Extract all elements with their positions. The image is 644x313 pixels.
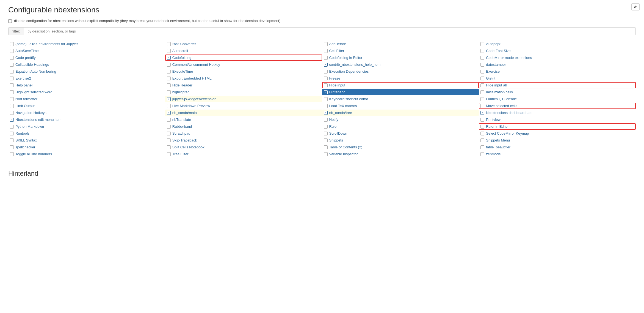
link-skill-syntax[interactable]: SKILL Syntax — [15, 138, 37, 142]
checkbox-2to3[interactable] — [167, 42, 171, 46]
link-help-panel[interactable]: Help panel — [15, 83, 32, 87]
link-gist-it[interactable]: Gist-it — [486, 76, 495, 80]
ext-item-nb-conda-main[interactable]: ✓nb_conda/main — [165, 110, 322, 116]
link-2to3[interactable]: 2to3 Converter — [172, 42, 196, 46]
checkbox-cell-filter[interactable] — [324, 49, 328, 53]
ext-item-nbextensions-dashboard-tab[interactable]: ✓Nbextensions dashboard tab — [479, 110, 636, 116]
ext-item-highlighter[interactable]: highlighter — [165, 89, 322, 95]
ext-item-toggle-line-numbers[interactable]: Toggle all line numbers — [8, 151, 165, 157]
link-contrib-help[interactable]: contrib_nbextensions_help_item — [329, 62, 380, 67]
ext-item-tree-filter[interactable]: Tree Filter — [165, 151, 322, 157]
ext-item-table-beautifier[interactable]: table_beautifier — [479, 144, 636, 150]
link-skip-traceback[interactable]: Skip-Traceback — [172, 138, 197, 142]
link-code-font-size[interactable]: Code Font Size — [486, 49, 511, 53]
link-autoscroll[interactable]: Autoscroll — [172, 49, 188, 53]
link-nbextensions-dashboard-tab[interactable]: Nbextensions dashboard tab — [486, 111, 532, 115]
checkbox-limit-output[interactable] — [10, 104, 14, 108]
checkbox-autosavetime[interactable] — [10, 49, 14, 53]
link-code-prettify[interactable]: Code prettify — [15, 56, 36, 60]
ext-item-rubberband[interactable]: Rubberband — [165, 123, 322, 130]
ext-item-exercise[interactable]: Exercise — [479, 68, 636, 75]
checkbox-zenmode[interactable] — [480, 152, 484, 156]
link-nbtranslate[interactable]: nbTranslate — [172, 118, 191, 122]
ext-item-codefolding-editor[interactable]: Codefolding in Editor — [322, 55, 479, 61]
ext-item-nbtranslate[interactable]: nbTranslate — [165, 116, 322, 123]
ext-item-autopep8[interactable]: Autopep8 — [479, 41, 636, 47]
link-codefolding[interactable]: Codefolding — [172, 56, 191, 60]
checkbox-live-markdown-preview[interactable] — [167, 104, 171, 108]
ext-item-contrib-help[interactable]: ✓contrib_nbextensions_help_item — [322, 61, 479, 68]
link-nb-conda-main[interactable]: nb_conda/main — [172, 111, 197, 115]
ext-item-collapsible-headings[interactable]: Collapsible Headings — [8, 61, 165, 68]
link-jupyter-js-widgets[interactable]: jupyter-js-widgets/extension — [172, 97, 216, 101]
link-nbextensions-edit-menu[interactable]: Nbextensions edit menu item — [15, 118, 62, 122]
ext-item-launch-qtconsole[interactable]: Launch QTConsole — [479, 96, 636, 102]
checkbox-variable-inspector[interactable] — [324, 152, 328, 156]
checkbox-keyboard-shortcut-editor[interactable] — [324, 97, 328, 101]
link-hinterland[interactable]: Hinterland — [329, 90, 346, 94]
checkbox-highlight-selected-word[interactable] — [10, 90, 14, 94]
checkbox-codefolding-editor[interactable] — [324, 56, 328, 60]
ext-item-2to3[interactable]: 2to3 Converter — [165, 41, 322, 47]
checkbox-isort-formatter[interactable] — [10, 97, 14, 101]
ext-item-notify[interactable]: Notify — [322, 116, 479, 123]
link-ruler-in-editor[interactable]: Ruler in Editor — [486, 124, 508, 129]
checkbox-addbefore[interactable] — [324, 42, 328, 46]
link-runtools[interactable]: Runtools — [15, 131, 29, 135]
checkbox-ruler-in-editor[interactable] — [480, 125, 484, 129]
checkbox-help-panel[interactable] — [10, 83, 14, 87]
link-printview[interactable]: Printview — [486, 118, 501, 122]
checkbox-snippets-menu[interactable] — [480, 138, 484, 142]
ext-item-gist-it[interactable]: Gist-it — [479, 75, 636, 81]
ext-item-keyboard-shortcut-editor[interactable]: Keyboard shortcut editor — [322, 96, 479, 102]
link-table-beautifier[interactable]: table_beautifier — [486, 145, 510, 149]
checkbox-collapsible-headings[interactable] — [10, 63, 14, 67]
link-tree-filter[interactable]: Tree Filter — [172, 152, 189, 156]
ext-item-ruler-in-editor[interactable]: Ruler in Editor — [479, 123, 636, 130]
ext-item-scrolldown[interactable]: ScrollDown — [322, 130, 479, 137]
ext-item-export-embedded-html[interactable]: Export Embedded HTML — [165, 75, 322, 81]
link-scrolldown[interactable]: ScrollDown — [329, 131, 347, 135]
link-isort-formatter[interactable]: isort formatter — [15, 97, 37, 101]
link-equation-auto-numbering[interactable]: Equation Auto Numbering — [15, 69, 56, 74]
link-hide-header[interactable]: Hide Header — [172, 83, 192, 87]
checkbox-runtools[interactable] — [10, 132, 14, 135]
link-latex-env[interactable]: (some) LaTeX environments for Jupyter — [15, 42, 78, 46]
link-variable-inspector[interactable]: Variable Inspector — [329, 152, 358, 156]
ext-item-zenmode[interactable]: zenmode — [479, 151, 636, 157]
checkbox-select-codemirror-keymap[interactable] — [480, 132, 484, 135]
ext-item-exercise2[interactable]: Exercise2 — [8, 75, 165, 81]
ext-item-code-prettify[interactable]: Code prettify — [8, 55, 165, 61]
ext-item-equation-auto-numbering[interactable]: Equation Auto Numbering — [8, 68, 165, 75]
ext-item-variable-inspector[interactable]: Variable Inspector — [322, 151, 479, 157]
link-initialization-cells[interactable]: Initialization cells — [486, 90, 513, 94]
ext-item-spellchecker[interactable]: spellchecker — [8, 144, 165, 150]
ext-item-python-markdown[interactable]: Python Markdown — [8, 123, 165, 130]
checkbox-printview[interactable] — [480, 118, 484, 122]
ext-item-codefolding[interactable]: ✓Codefolding — [165, 55, 322, 61]
checkbox-contrib-help[interactable]: ✓ — [324, 63, 328, 67]
checkbox-scratchpad[interactable] — [167, 132, 171, 135]
ext-item-split-cells-notebook[interactable]: Split Cells Notebook — [165, 144, 322, 150]
checkbox-skill-syntax[interactable] — [10, 138, 14, 142]
checkbox-split-cells-notebook[interactable] — [167, 145, 171, 149]
checkbox-codefolding[interactable]: ✓ — [167, 56, 171, 60]
ext-item-nb-conda-tree[interactable]: ✓nb_conda/tree — [322, 110, 479, 116]
ext-item-autoscroll[interactable]: Autoscroll — [165, 48, 322, 54]
ext-item-select-codemirror-keymap[interactable]: Select CodeMirror Keymap — [479, 130, 636, 137]
checkbox-codemirror-mode-extensions[interactable] — [480, 56, 484, 60]
link-datestamper[interactable]: datestamper — [486, 62, 506, 67]
link-live-markdown-preview[interactable]: Live Markdown Preview — [172, 104, 210, 108]
checkbox-table-beautifier[interactable] — [480, 145, 484, 149]
link-launch-qtconsole[interactable]: Launch QTConsole — [486, 97, 517, 101]
ext-item-snippets[interactable]: Snippets — [322, 137, 479, 143]
checkbox-tree-filter[interactable] — [167, 152, 171, 156]
checkbox-highlighter[interactable] — [167, 90, 171, 94]
checkbox-spellchecker[interactable] — [10, 145, 14, 149]
checkbox-hide-input-all[interactable] — [480, 83, 484, 87]
ext-item-execution-dependencies[interactable]: Execution Dependencies — [322, 68, 479, 75]
link-spellchecker[interactable]: spellchecker — [15, 145, 35, 149]
checkbox-initialization-cells[interactable] — [480, 90, 484, 94]
ext-item-jupyter-js-widgets[interactable]: ✓jupyter-js-widgets/extension — [165, 96, 322, 102]
checkbox-comment-uncomment[interactable] — [167, 63, 171, 67]
